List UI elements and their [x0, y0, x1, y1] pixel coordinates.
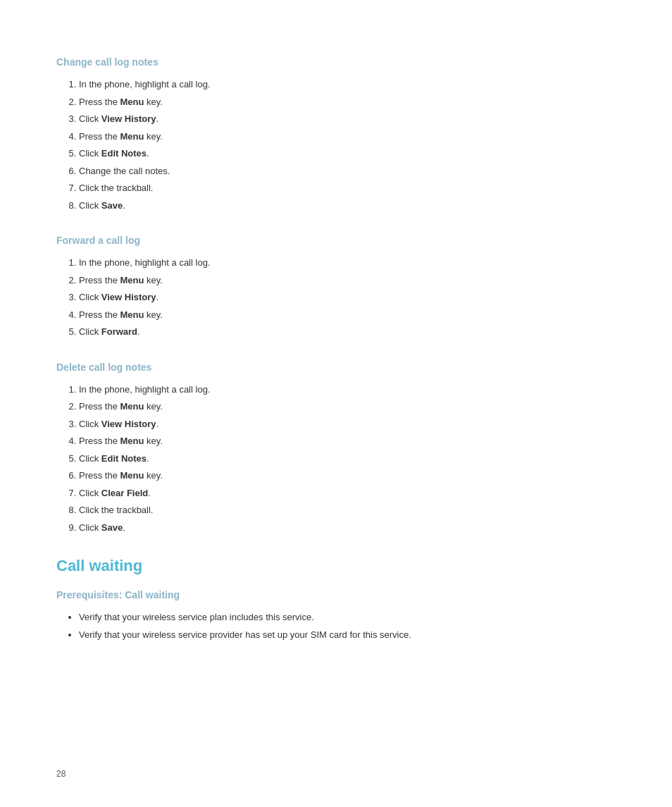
bold-text: Menu: [120, 275, 144, 285]
prerequisites-call-waiting-section: Prerequisites: Call waiting Verify that …: [56, 589, 616, 641]
page-number: 28: [56, 769, 66, 779]
forward-call-log-list: In the phone, highlight a call log. Pres…: [56, 256, 616, 339]
bold-text: Menu: [120, 401, 144, 412]
bold-text: Forward: [101, 326, 137, 337]
list-item: Click Clear Field.: [79, 486, 616, 500]
bold-text: View History: [101, 292, 156, 302]
bold-text: Menu: [120, 470, 144, 481]
list-item: Press the Menu key.: [79, 273, 616, 288]
delete-call-log-notes-section: Delete call log notes In the phone, high…: [56, 362, 616, 535]
bold-text: Menu: [120, 436, 144, 446]
bold-text: Menu: [120, 97, 144, 107]
list-item: Click Edit Notes.: [79, 147, 616, 161]
change-call-log-notes-title: Change call log notes: [56, 56, 616, 68]
list-item: Click Forward.: [79, 325, 616, 339]
list-item: In the phone, highlight a call log.: [79, 383, 616, 397]
prerequisites-call-waiting-list: Verify that your wireless service plan i…: [56, 610, 616, 641]
list-item: Press the Menu key.: [79, 469, 616, 483]
list-item: Click the trackball.: [79, 503, 616, 517]
forward-call-log-section: Forward a call log In the phone, highlig…: [56, 235, 616, 339]
bold-text: View History: [101, 113, 156, 124]
list-item: Press the Menu key.: [79, 130, 616, 144]
bold-text: Clear Field: [101, 488, 148, 498]
bold-text: Menu: [120, 309, 144, 320]
list-item: Click View History.: [79, 417, 616, 431]
list-item: Click View History.: [79, 290, 616, 304]
list-item: Verify that your wireless service plan i…: [79, 610, 616, 624]
list-item: Press the Menu key.: [79, 95, 616, 109]
list-item: Press the Menu key.: [79, 308, 616, 322]
bold-text: Save: [101, 522, 123, 533]
prerequisites-call-waiting-title: Prerequisites: Call waiting: [56, 589, 616, 600]
list-item: In the phone, highlight a call log.: [79, 78, 616, 92]
change-call-log-notes-list: In the phone, highlight a call log. Pres…: [56, 78, 616, 212]
list-item: Press the Menu key.: [79, 434, 616, 448]
bold-text: View History: [101, 419, 156, 429]
call-waiting-title: Call waiting: [56, 557, 616, 575]
call-waiting-major-section: Call waiting Prerequisites: Call waiting…: [56, 557, 616, 641]
bold-text: Edit Notes: [101, 148, 147, 159]
delete-call-log-notes-title: Delete call log notes: [56, 362, 616, 373]
list-item: In the phone, highlight a call log.: [79, 256, 616, 270]
list-item: Click View History.: [79, 112, 616, 126]
list-item: Change the call notes.: [79, 164, 616, 178]
list-item: Click the trackball.: [79, 181, 616, 195]
bold-text: Edit Notes: [101, 453, 147, 464]
change-call-log-notes-section: Change call log notes In the phone, high…: [56, 56, 616, 212]
delete-call-log-notes-list: In the phone, highlight a call log. Pres…: [56, 383, 616, 535]
forward-call-log-title: Forward a call log: [56, 235, 616, 246]
list-item: Verify that your wireless service provid…: [79, 628, 616, 642]
list-item: Click Save.: [79, 521, 616, 535]
list-item: Press the Menu key.: [79, 400, 616, 414]
bold-text: Menu: [120, 131, 144, 142]
list-item: Click Edit Notes.: [79, 452, 616, 466]
list-item: Click Save.: [79, 199, 616, 213]
bold-text: Save: [101, 200, 123, 211]
